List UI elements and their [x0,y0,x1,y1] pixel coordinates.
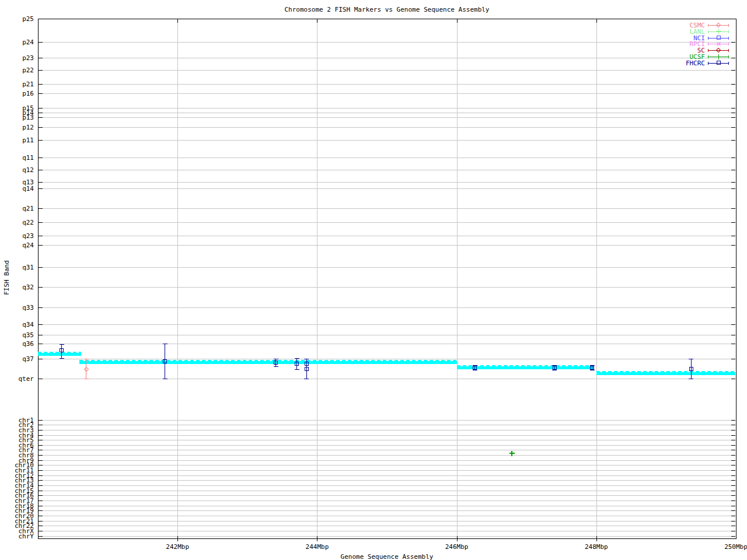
y-tick-mark [731,335,735,335]
y-tick-mark [731,475,735,476]
h-gridline [39,140,735,141]
v-gridline [317,19,317,538]
y-tick-label: q35 [0,332,34,338]
h-gridline [39,425,735,425]
h-gridline [39,182,735,183]
y-tick-mark [731,70,735,71]
h-gridline [39,222,735,223]
h-gridline [39,158,735,158]
h-gridline [39,480,735,481]
y-tick-mark [731,208,735,209]
y-tick-mark [39,113,43,113]
data-point-plus-marker-icon [511,451,512,456]
h-gridline [39,236,735,236]
h-gridline [39,495,735,496]
y-tick-label: q22 [0,220,34,225]
y-tick-mark [39,526,43,526]
h-gridline [39,245,735,246]
legend-sample-cap [708,55,708,58]
h-gridline [39,455,735,456]
x-tick-label: 242Mbp [160,544,195,550]
y-tick-mark [39,455,43,456]
error-bar-cap [689,359,693,359]
y-tick-mark [731,222,735,223]
y-tick-label: p11 [0,138,34,143]
y-tick-mark [731,379,735,379]
y-tick-mark [731,536,735,537]
y-tick-mark [731,526,735,526]
x-tick-label: 248Mbp [579,544,614,550]
y-tick-label: p25 [0,16,34,22]
h-gridline [39,485,735,486]
y-tick-label: p22 [0,68,34,73]
y-tick-mark [731,324,735,325]
legend-label-ucsf: UCSF [658,54,705,60]
h-gridline [39,188,735,189]
y-tick-mark [39,495,43,496]
h-gridline [39,430,735,430]
y-tick-mark [731,127,735,128]
data-point-square-marker-icon [163,359,167,363]
y-tick-mark [731,485,735,486]
legend-plus-marker-icon [718,29,719,34]
y-tick-mark [731,287,735,288]
legend-label-fhcrc: FHCRC [658,61,705,66]
h-gridline [39,344,735,344]
y-tick-label: p23 [0,55,34,61]
legend-sample-cap [708,43,708,46]
legend-sample-cap [728,37,729,40]
h-gridline [39,208,735,209]
v-gridline [457,19,458,538]
y-tick-mark [39,430,43,430]
assembly-band-dash [457,365,595,366]
y-tick-mark [731,182,735,183]
y-tick-mark [39,510,43,511]
error-bar-cap [590,370,595,370]
y-tick-mark [39,307,43,308]
y-tick-mark [731,42,735,43]
legend-square-marker-icon [717,36,721,40]
y-tick-mark [731,420,735,421]
y-tick-mark [39,450,43,450]
y-tick-mark [731,158,735,158]
y-tick-mark [39,531,43,531]
h-gridline [39,465,735,466]
h-gridline [39,516,735,516]
legend-sample-cap [708,62,708,65]
error-bar-cap [295,358,299,359]
y-tick-mark [39,93,43,94]
plot-area [38,19,736,539]
h-gridline [39,267,735,268]
error-bar-cap [274,366,278,367]
h-gridline [39,324,735,325]
y-tick-mark [39,435,43,436]
y-tick-mark [731,506,735,506]
error-bar-cap [689,379,693,379]
y-tick-mark [731,460,735,461]
y-tick-mark [39,267,43,268]
legend-plus-marker-icon [718,54,719,60]
y-tick-label: p12 [0,125,34,130]
y-tick-mark [39,208,43,209]
y-tick-label: q33 [0,305,34,310]
x-tick-label: 246Mbp [439,544,474,550]
y-tick-mark [39,84,43,85]
error-bar-cap [60,358,64,359]
y-tick-mark [39,158,43,158]
h-gridline [39,117,735,118]
y-tick-mark [731,93,735,94]
y-tick-mark [731,108,735,108]
data-point-square-marker-icon [689,367,693,371]
error-bar-cap [295,369,299,370]
y-tick-mark [39,516,43,516]
y-tick-mark [39,245,43,246]
y-tick-mark [39,42,43,43]
y-tick-mark [39,475,43,476]
legend-plus-marker-icon [716,57,721,57]
h-gridline [39,445,735,446]
y-tick-label: p13 [0,115,34,120]
data-point-square-marker-icon [60,348,64,352]
y-tick-mark [39,182,43,183]
y-tick-label: q24 [0,243,34,248]
h-gridline [39,127,735,128]
